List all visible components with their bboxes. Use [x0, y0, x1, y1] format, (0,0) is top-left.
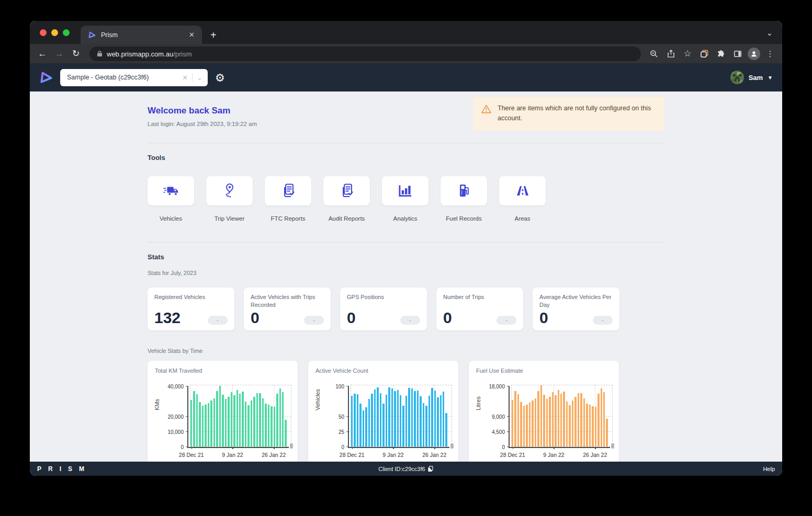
- tool-audit-reports[interactable]: Audit Reports: [323, 176, 370, 222]
- minimize-window-button[interactable]: [51, 29, 58, 36]
- browser-tab-prism[interactable]: Prism ✕: [81, 26, 202, 44]
- tool-label: Fuel Records: [441, 215, 487, 222]
- address-bar[interactable]: web.prismapp.com.au/prism: [89, 47, 641, 61]
- chart-card-active-vehicle-count: Active Vehicle Count Vehicles 0255010028…: [308, 361, 458, 462]
- stats-heading: Stats: [148, 253, 664, 261]
- tool-label: Analytics: [382, 215, 428, 222]
- x-tick-label: 9 Jan 22: [222, 452, 243, 458]
- report-check-icon: [282, 184, 295, 198]
- tools-row: Vehicles Trip Viewer: [148, 176, 664, 222]
- stat-value: 0: [443, 311, 452, 325]
- help-link[interactable]: Help: [763, 466, 775, 472]
- tool-label: FTC Reports: [265, 215, 311, 222]
- share-icon[interactable]: [664, 47, 678, 61]
- brush-handle[interactable]: [450, 443, 454, 449]
- reload-button[interactable]: ↻: [69, 47, 83, 61]
- copy-icon[interactable]: [428, 466, 434, 472]
- forward-button: →: [52, 47, 66, 61]
- tools-heading: Tools: [148, 154, 664, 162]
- chart-card-fuel-use: Fuel Use Estimate Litres 04,5009,00018,0…: [469, 361, 619, 462]
- chart-plot-area: 010,00020,00040,00028 Dec 219 Jan 2226 J…: [187, 386, 289, 448]
- prism-logo: [39, 71, 53, 84]
- back-button[interactable]: ←: [35, 47, 50, 61]
- y-tick-label: 9,000: [492, 414, 505, 419]
- chart-y-axis-label: Vehicles: [314, 389, 321, 410]
- tool-areas[interactable]: Areas: [499, 176, 546, 222]
- x-tick-mark: [232, 447, 233, 449]
- brush-handle[interactable]: [611, 443, 614, 449]
- fuel-pump-icon: [458, 184, 470, 198]
- prism-favicon: [88, 31, 96, 39]
- chart-brush-selection[interactable]: [190, 385, 291, 447]
- y-tick-mark: [346, 446, 349, 448]
- selector-divider: [192, 73, 193, 82]
- close-window-button[interactable]: [40, 29, 47, 36]
- divider: [148, 242, 664, 243]
- y-tick-label: 18,000: [489, 383, 505, 389]
- user-caret-icon: ▼: [768, 75, 773, 81]
- tool-ftc-reports[interactable]: FTC Reports: [265, 176, 311, 222]
- tab-title: Prism: [101, 31, 182, 39]
- maximize-window-button[interactable]: [63, 29, 70, 36]
- stat-trend-pill: -: [208, 316, 228, 325]
- x-tick-mark: [191, 447, 193, 449]
- tool-label: Audit Reports: [323, 215, 370, 222]
- bookmark-star-icon[interactable]: ☆: [681, 47, 694, 61]
- x-tick-label: 26 Jan 22: [583, 452, 607, 458]
- zoom-icon[interactable]: [647, 47, 661, 61]
- tool-analytics[interactable]: Analytics: [382, 176, 428, 222]
- warning-text: There are items which are not fully conf…: [498, 104, 656, 124]
- y-tick-label: 20,000: [167, 414, 184, 419]
- brush-handle[interactable]: [290, 443, 293, 449]
- vehicle-stats-heading: Vehicle Stats by Time: [148, 348, 664, 354]
- account-chevron-down-icon[interactable]: ⌄: [197, 74, 202, 82]
- stat-trend-pill: -: [304, 316, 324, 325]
- x-tick-mark: [352, 447, 353, 449]
- stats-subtitle: Stats for July, 2023: [148, 270, 664, 276]
- account-clear-icon[interactable]: ✕: [182, 74, 188, 82]
- tab-close-icon[interactable]: ✕: [187, 31, 197, 39]
- stat-card-gps-positions: GPS Positions 0 -: [340, 288, 427, 330]
- stat-value: 0: [539, 311, 548, 325]
- config-warning-banner: There are items which are not fully conf…: [473, 97, 664, 131]
- browser-window: Prism ✕ + ⌄ ← → ↻ web.prismapp.com.au/pr…: [30, 21, 782, 476]
- stat-label: Average Active Vehicles Per Day: [539, 293, 613, 309]
- bar-chart-icon: [398, 184, 412, 198]
- side-panel-icon[interactable]: [731, 47, 745, 61]
- last-login-text: Last login: August 29th 2023, 9:19:22 am: [148, 121, 257, 127]
- stat-value: 132: [154, 311, 181, 325]
- tool-trip-viewer[interactable]: Trip Viewer: [206, 176, 253, 222]
- client-id-text: Client ID:c29cc3f6: [378, 466, 425, 472]
- stat-card-active-vehicles: Active Vehicles with Trips Recorded 0 -: [244, 288, 331, 330]
- x-tick-mark: [274, 447, 275, 449]
- stat-label: Number of Trips: [443, 293, 516, 301]
- y-tick-label: 10,000: [167, 429, 184, 434]
- chart-brush-selection[interactable]: [351, 385, 452, 447]
- browser-menu-icon[interactable]: ⋮: [763, 47, 777, 61]
- stat-card-number-of-trips: Number of Trips 0 -: [436, 288, 523, 330]
- y-tick-mark: [507, 446, 510, 448]
- account-selector[interactable]: Sample - Geotab (c29cc3f6) ✕ ⌄: [60, 69, 208, 86]
- y-tick-label: 100: [335, 383, 344, 389]
- user-menu[interactable]: Sam ▼: [730, 71, 773, 84]
- tab-switcher-icon[interactable]: [697, 47, 711, 61]
- tool-vehicles[interactable]: Vehicles: [148, 176, 194, 222]
- x-tick-label: 28 Dec 21: [500, 452, 525, 458]
- user-avatar: [730, 71, 744, 84]
- browser-profile-icon[interactable]: [748, 48, 760, 60]
- client-id: Client ID:c29cc3f6: [378, 466, 433, 472]
- chart-y-axis-label: KMs: [154, 399, 160, 410]
- extensions-icon[interactable]: [714, 47, 728, 61]
- tool-label: Areas: [499, 215, 546, 222]
- tool-fuel-records[interactable]: Fuel Records: [441, 176, 487, 222]
- settings-gear-icon[interactable]: ⚙: [215, 72, 225, 83]
- y-tick-label: 0: [502, 444, 505, 450]
- chart-brush-selection[interactable]: [511, 385, 613, 447]
- chart-title: Active Vehicle Count: [315, 368, 451, 374]
- new-tab-button[interactable]: +: [210, 30, 217, 40]
- y-tick-mark: [186, 446, 188, 448]
- welcome-block: Welcome back Sam Last login: August 29th…: [148, 97, 257, 131]
- x-tick-label: 26 Jan 22: [262, 452, 286, 458]
- toolbar-actions: ☆ ⋮: [647, 47, 777, 61]
- tab-strip-chevron-icon[interactable]: ⌄: [766, 28, 773, 38]
